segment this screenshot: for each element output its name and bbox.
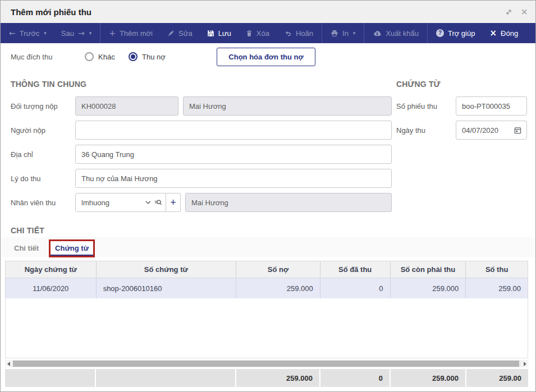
- table-empty-area: [5, 298, 528, 358]
- chevron-down-icon: ▾: [353, 30, 356, 36]
- red-annotation-box: Chứng từ: [49, 239, 95, 257]
- footer-cell-so-con-phai-thu: 259.000: [391, 369, 466, 387]
- plus-icon: +: [109, 29, 116, 38]
- arrow-right-icon: →: [78, 29, 85, 38]
- save-button[interactable]: Lưu: [200, 23, 239, 43]
- cell-ngay-chung-tu: 11/06/2020: [6, 278, 97, 298]
- submitter-row: Người nộp: [11, 121, 392, 140]
- add-collector-button[interactable]: +: [166, 193, 181, 212]
- footer-cell: [5, 369, 96, 387]
- radio-khac[interactable]: Khác: [85, 52, 129, 61]
- edit-button: Sửa: [160, 23, 200, 43]
- table-header-row: Ngày chứng từ Số chứng từ Số nợ Số đã th…: [5, 261, 528, 278]
- chevron-down-icon[interactable]: [145, 201, 151, 205]
- scrollbar-track[interactable]: [12, 360, 521, 367]
- prev-button: ← Trước ▾: [2, 23, 54, 43]
- cloud-download-icon: [373, 30, 382, 37]
- expand-icon[interactable]: [505, 8, 513, 16]
- arrow-left-icon: ←: [9, 29, 16, 38]
- edit-label: Sửa: [178, 29, 193, 38]
- column-header[interactable]: Ngày chứng từ: [6, 261, 97, 278]
- footer-cell: [96, 369, 236, 387]
- scroll-left-arrow-icon[interactable]: [5, 360, 12, 367]
- submitter-label: Người nộp: [11, 126, 75, 135]
- radio-khac-label: Khác: [98, 53, 115, 61]
- address-field[interactable]: [75, 145, 392, 164]
- next-button: Sau → ▾: [54, 23, 99, 43]
- collector-row: Nhân viên thu lmhuong +: [11, 193, 392, 212]
- date-field[interactable]: 04/07/2020: [456, 121, 527, 140]
- address-row: Địa chỉ: [11, 145, 392, 164]
- tab-chi-tiet[interactable]: Chi tiết: [11, 239, 42, 257]
- trash-icon: [246, 30, 253, 37]
- add-label: Thêm mới: [120, 29, 153, 38]
- footer-cell-so-thu: 259.00: [466, 369, 528, 387]
- form-columns: THÔNG TIN CHUNG Đối tượng nộp Người nộp: [1, 66, 535, 217]
- chevron-down-icon: ▾: [89, 30, 92, 36]
- close-button[interactable]: × Đóng: [482, 23, 525, 43]
- collector-name-field: [185, 193, 392, 212]
- document-grid: Ngày chứng từ Số chứng từ Số nợ Số đã th…: [5, 261, 528, 387]
- question-circle-icon: ?: [436, 29, 444, 37]
- next-label: Sau: [61, 29, 74, 38]
- close-icon[interactable]: ×: [521, 7, 528, 17]
- radio-thu-no-label: Thu nợ: [142, 53, 166, 61]
- payer-name-field: [183, 96, 392, 116]
- delete-button: Xóa: [239, 23, 277, 43]
- general-section: THÔNG TIN CHUNG Đối tượng nộp Người nộp: [11, 66, 392, 217]
- delete-label: Xóa: [256, 29, 269, 38]
- radio-thu-no[interactable]: Thu nợ: [129, 52, 196, 61]
- prev-label: Trước: [20, 29, 40, 38]
- help-button[interactable]: ? Trợ giúp: [429, 23, 483, 43]
- reason-label: Lý do thu: [11, 174, 75, 183]
- address-label: Địa chỉ: [11, 150, 75, 159]
- submitter-field[interactable]: [75, 121, 392, 140]
- table-row[interactable]: 11/06/2020 shop-2006010160 259.000 0 259…: [5, 278, 528, 298]
- cell-so-no: 259.000: [236, 278, 320, 298]
- receipt-no-field[interactable]: [456, 96, 527, 116]
- scrollbar-thumb[interactable]: [13, 361, 519, 367]
- toolbar: ← Trước ▾ Sau → ▾ + Thêm mới Sửa Lưu: [1, 23, 535, 43]
- column-header[interactable]: Số chứng từ: [97, 261, 236, 278]
- radio-circle-checked-icon: [129, 52, 138, 61]
- cell-so-con-phai-thu: 259.000: [391, 278, 466, 298]
- purpose-row: Mục đích thu Khác Thu nợ Chọn hóa đơn th…: [11, 47, 525, 66]
- undo-label: Hoãn: [296, 29, 313, 38]
- toolbar-divider: [322, 23, 322, 43]
- toolbar-divider: [427, 23, 428, 43]
- reason-field[interactable]: [75, 169, 392, 188]
- date-value: 04/07/2020: [462, 126, 514, 135]
- payer-label: Đối tượng nộp: [11, 102, 75, 110]
- detail-heading: CHI TIẾT: [11, 226, 535, 235]
- collector-select[interactable]: lmhuong: [75, 193, 166, 212]
- column-header[interactable]: Số đã thu: [320, 261, 391, 278]
- help-label: Trợ giúp: [448, 29, 475, 38]
- calendar-icon[interactable]: [514, 126, 522, 135]
- add-new-button: + Thêm mới: [102, 23, 160, 43]
- undo-button: Hoãn: [277, 23, 320, 43]
- toolbar-divider: [364, 23, 364, 43]
- pencil-icon: [167, 30, 175, 37]
- scroll-right-arrow-icon[interactable]: [521, 360, 528, 367]
- tab-chung-tu[interactable]: Chứng từ: [51, 241, 93, 256]
- collector-select-value: lmhuong: [81, 199, 143, 207]
- form-content: Mục đích thu Khác Thu nợ Chọn hóa đơn th…: [1, 47, 535, 387]
- horizontal-scrollbar[interactable]: [5, 360, 528, 367]
- column-header[interactable]: Số còn phải thu: [391, 261, 466, 278]
- choose-invoice-button[interactable]: Chọn hóa đơn thu nợ: [217, 48, 315, 66]
- date-row: Ngày thu 04/07/2020: [396, 121, 535, 140]
- toolbar-divider: [100, 23, 100, 43]
- advanced-search-icon[interactable]: [154, 199, 162, 207]
- general-heading: THÔNG TIN CHUNG: [11, 80, 392, 89]
- payer-row: Đối tượng nộp: [11, 96, 392, 116]
- export-button: Xuất khẩu: [365, 23, 426, 43]
- column-header[interactable]: Số nợ: [236, 261, 320, 278]
- collector-label: Nhân viên thu: [11, 199, 75, 207]
- chevron-down-icon: ▾: [44, 30, 47, 36]
- printer-icon: [331, 30, 338, 37]
- column-header[interactable]: Số thu: [466, 261, 528, 278]
- undo-icon: [284, 30, 292, 37]
- print-button: In ▾: [323, 23, 363, 43]
- payer-code-field: [75, 96, 178, 116]
- purpose-label: Mục đích thu: [11, 53, 85, 61]
